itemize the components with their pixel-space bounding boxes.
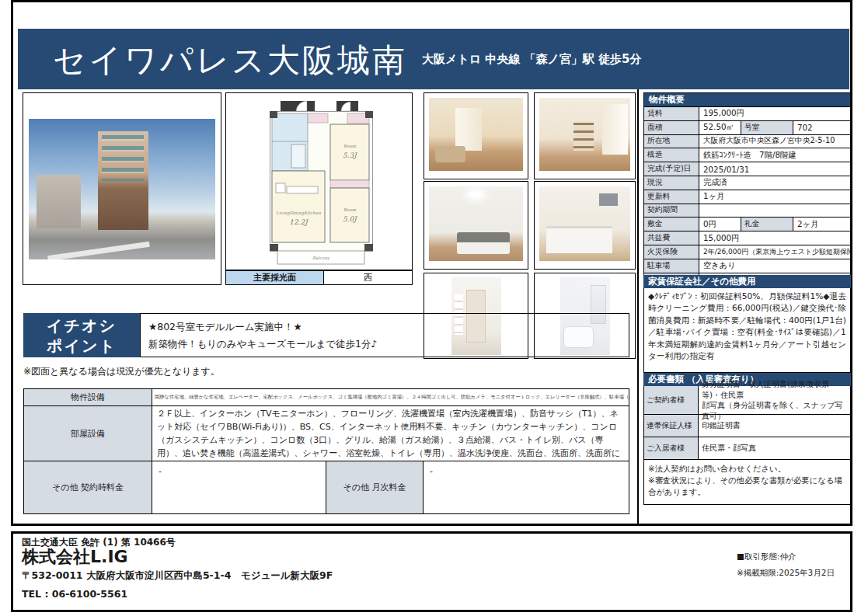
photo-living-room-box	[424, 92, 528, 179]
common-fee-label: 共益費	[644, 231, 699, 245]
company-address: 〒532-0011 大阪府大阪市淀川区西中島5-1-4 モジュール新大阪9F	[22, 569, 333, 583]
table-row: 共益費 15,000円	[644, 231, 850, 245]
room1-size: 5.3J	[343, 151, 357, 159]
room-number-label: 号室	[741, 121, 793, 134]
feature-label: イチオシ ポイント	[23, 313, 140, 357]
documents-table: ご契約者様 身分証明書・収入証明書(源泉徴収票等)・住民票 顔写真（身分証明書を…	[643, 386, 851, 505]
structure-value: 鉄筋ｺﾝｸﾘｰﾄ造 7階/8階建	[699, 148, 850, 162]
station-access: 大阪メトロ 中央線 「森ノ宮」駅 徒歩5分	[422, 52, 642, 67]
resident-documents: 住民票・顔写真	[699, 437, 850, 459]
table-row: 契約期間	[644, 204, 850, 218]
room2-label: Room	[343, 207, 357, 212]
light-direction-label: 主要採光面	[226, 271, 324, 284]
contractor-documents: 身分証明書・収入証明書(源泉徴収票等)・住民票 顔写真（身分証明書を除く、スナッ…	[699, 386, 850, 414]
address-value: 大阪府大阪市中央区森ノ宮中央2-5-10	[699, 135, 850, 148]
status-label: 現況	[644, 176, 699, 190]
table-row: 物件設備 閑静な住宅地、緑豊かな住宅地、エレベーター、宅配ボックス、メールボック…	[24, 389, 629, 406]
status-value: 完成済	[699, 176, 850, 190]
room-number-value: 702	[793, 121, 850, 134]
deposit-label: 敷金	[644, 218, 699, 231]
table-row: 賃料 195,000円	[644, 106, 850, 120]
header-bar: セイワパレス大阪城南 大阪メトロ 中央線 「森ノ宮」駅 徒歩5分	[18, 29, 849, 89]
table-row: 部屋設備 ２Ｆ以上、インターホン（TVモニターホン）、フローリング、洗濯機置場（…	[24, 406, 629, 461]
room-equipment-label: 部屋設備	[24, 406, 152, 461]
other-monthly-fees-value: -	[424, 461, 629, 513]
renewal-fee-value: 1ヶ月	[699, 190, 850, 204]
address-label: 所在地	[644, 135, 699, 148]
table-row: その他 契約時料金 - その他 月次料金 -	[24, 461, 629, 513]
feature-text-box: ★802号室モデルルーム実施中！★ 新築物件！もりのみやキューズモールまで徒歩1…	[140, 313, 629, 357]
fire-insurance-value: 2年/26,000円（東京海上ウエスト少額短期保険）	[699, 245, 850, 259]
other-initial-fees-value: -	[152, 461, 326, 513]
table-row: ご入居者様 住民票・顔写真	[643, 437, 851, 460]
table-row: 更新料 1ヶ月	[644, 190, 850, 204]
table-row: ご契約者様 身分証明書・収入証明書(源泉徴収票等)・住民票 顔写真（身分証明書を…	[643, 386, 851, 415]
table-row: 敷金 0円 礼金 2ヶ月	[644, 217, 850, 231]
ldk-size: 12.2J	[289, 218, 309, 226]
exterior-photo-box	[23, 92, 221, 285]
table-row: 駐車場 空きあり	[644, 259, 850, 273]
light-direction-value: 西	[324, 271, 412, 284]
disclaimer-note: ※図面と異なる場合は現況が優先となります。	[23, 365, 220, 378]
feature-line-2: 新築物件！もりのみやキューズモールまで徒歩1分♪	[148, 336, 621, 353]
table-row: 所在地 大阪府大阪市中央区森ノ宮中央2-5-10	[644, 134, 850, 148]
other-initial-fees-label: その他 契約時料金	[24, 461, 152, 513]
area-label: 面積	[644, 121, 699, 134]
documents-notes: ※法人契約はお問い合わせください。 ※審査状況により、その他必要な書類が必要にな…	[643, 460, 851, 505]
ldk-label: LivingDiningKitchen	[276, 211, 321, 216]
floor-plan: Room 5.3J Room 5.0J LivingDiningKitchen …	[270, 101, 373, 266]
photo-western-room	[539, 98, 630, 171]
room-equipment-list: ２Ｆ以上、インターホン（TVモニターホン）、フローリング、洗濯機置場（室内洗濯機…	[152, 406, 629, 461]
feature-label-line2: ポイント	[47, 336, 117, 356]
deal-type: ■取引形態:仲介	[737, 552, 796, 562]
contractor-label: ご契約者様	[644, 386, 699, 414]
contract-term-label: 契約期間	[644, 204, 699, 218]
table-row: 構造 鉄筋ｺﾝｸﾘｰﾄ造 7階/8階建	[644, 148, 850, 162]
key-money-value: 2ヶ月	[793, 218, 850, 231]
neighbor-building	[37, 175, 82, 228]
table-row: 火災保険 2年/26,000円（東京海上ウエスト少額短期保険）	[644, 245, 850, 259]
parking-label: 駐車場	[644, 259, 699, 273]
equipment-table: 物件設備 閑静な住宅地、緑豊かな住宅地、エレベーター、宅配ボックス、メールボック…	[23, 388, 629, 514]
structure-label: 構造	[644, 148, 699, 162]
rent-label: 賃料	[644, 107, 699, 120]
table-row: 面積 52.50㎡ 号室 702	[644, 120, 850, 134]
photo-western-room-box	[534, 92, 636, 179]
contract-term-value	[699, 204, 850, 218]
property-equipment-label: 物件設備	[24, 389, 152, 405]
light-direction-row: 主要採光面 西	[225, 270, 413, 285]
table-row: 連帯保証人様 印鑑証明書	[643, 415, 851, 437]
feature-line-1: ★802号室モデルルーム実施中！★	[148, 318, 621, 336]
feature-label-line1: イチオシ	[47, 315, 117, 336]
exterior-photo	[29, 119, 215, 259]
photo-kitchen	[539, 186, 630, 261]
guarantor-documents: 印鑑証明書	[699, 415, 850, 437]
area-value: 52.50㎡	[699, 121, 741, 134]
guarantor-notes: ◆ｸﾚﾃﾞｨｾｿﾞﾝ：初回保証料50%、月額保証料1%◆退去時クリーニング費用：…	[643, 288, 851, 373]
company-tel: TEL : 06-6100-5561	[22, 588, 127, 600]
photo-bedroom	[429, 186, 523, 261]
property-title: セイワパレス大阪城南	[53, 39, 407, 82]
rent-value: 195,000円	[699, 107, 850, 120]
building-tower	[98, 131, 148, 230]
posting-deadline: ※掲載期限:2025年3月2日	[737, 568, 835, 579]
completion-value: 2025/01/31	[699, 162, 850, 176]
overview-table: 物件概要 賃料 195,000円 面積 52.50㎡ 号室 702 所在地 大阪…	[643, 92, 851, 287]
resident-label: ご入居者様	[644, 437, 699, 459]
parking-value: 空きあり	[699, 259, 850, 273]
room2-size: 5.0J	[343, 215, 357, 223]
documents-note-1: ※法人契約はお問い合わせください。	[648, 463, 846, 475]
fire-insurance-label: 火災保険	[644, 245, 699, 259]
property-flyer: セイワパレス大阪城南 大阪メトロ 中央線 「森ノ宮」駅 徒歩5分	[0, 0, 868, 616]
completion-label: 完成(予定)日	[644, 162, 699, 176]
room1-label: Room	[343, 144, 357, 148]
key-money-label: 礼金	[741, 218, 793, 231]
company-name: 株式会社L.IG	[22, 545, 128, 569]
table-row: 現況 完成済	[644, 176, 850, 190]
deposit-value: 0円	[699, 218, 741, 231]
property-equipment-list: 閑静な住宅地、緑豊かな住宅地、エレベーター、宅配ボックス、メールボックス、ゴミ集…	[152, 389, 629, 405]
renewal-fee-label: 更新料	[644, 190, 699, 204]
balcony-label: Balcony	[312, 256, 330, 261]
table-row: 完成(予定)日 2025/01/31	[644, 162, 850, 176]
photo-living-room	[429, 98, 523, 171]
